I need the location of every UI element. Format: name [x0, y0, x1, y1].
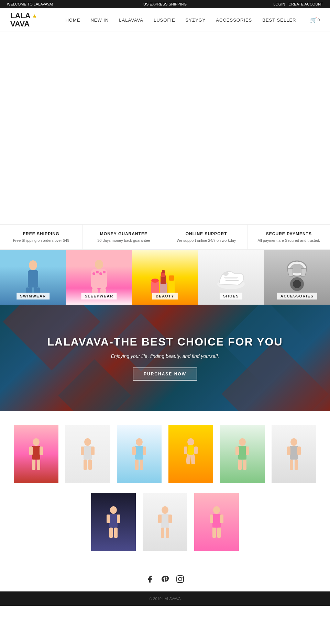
promo-banner: LALAVAVA-THE BEST CHOICE FOR YOU Enjoyin… [0, 305, 330, 411]
svg-rect-70 [158, 515, 162, 523]
logo[interactable]: LALA ★ VAVA [10, 12, 38, 28]
swimwear-label: SWIMWEAR [16, 293, 50, 300]
svg-rect-71 [168, 515, 172, 523]
cart-area[interactable]: 🛒 0 [310, 17, 320, 23]
svg-point-50 [239, 438, 246, 446]
feature-guarantee-title: MONEY GUARANTEE [86, 231, 161, 236]
products-grid [10, 425, 320, 554]
feature-support-title: ONLINE SUPPORT [169, 231, 244, 236]
svg-rect-37 [81, 447, 84, 455]
svg-rect-38 [91, 447, 95, 455]
product-item[interactable] [194, 493, 239, 554]
svg-point-4 [95, 260, 103, 269]
product-image [91, 493, 136, 551]
product-item[interactable] [117, 425, 162, 486]
category-accessories[interactable]: ACCESSORIES [264, 250, 330, 305]
nav-lusofie[interactable]: LUSOFIE [154, 18, 175, 23]
product-item[interactable] [220, 425, 265, 486]
svg-point-6 [92, 272, 95, 275]
category-shoes[interactable]: SHOES [198, 250, 264, 305]
svg-rect-17 [169, 275, 174, 281]
svg-rect-42 [135, 446, 143, 460]
svg-rect-55 [243, 460, 246, 470]
product-image [14, 425, 58, 483]
top-bar-right: LOGIN CREATE ACCOUNT [273, 2, 323, 6]
svg-rect-1 [28, 270, 38, 287]
nav-syzygy[interactable]: SYZYGY [186, 18, 206, 23]
pinterest-icon [161, 575, 169, 583]
product-item[interactable] [168, 425, 213, 486]
category-swimwear[interactable]: SWIMWEAR [0, 250, 66, 305]
svg-rect-15 [162, 270, 165, 273]
nav-home[interactable]: HOME [65, 18, 80, 23]
feature-guarantee-desc: 30 days money back guarantee [86, 238, 161, 242]
header: LALA ★ VAVA HOME NEW IN LALAVAVA LUSOFIE… [0, 8, 330, 32]
svg-point-82 [182, 577, 183, 578]
main-nav: HOME NEW IN LALAVAVA LUSOFIE SYZYGY ACCE… [52, 18, 310, 23]
nav-lalavava[interactable]: LALAVAVA [119, 18, 143, 23]
product-item[interactable] [143, 493, 187, 554]
product-item[interactable] [91, 493, 136, 554]
category-sleepwear[interactable]: SLEEPWEAR [66, 250, 132, 305]
svg-rect-79 [217, 528, 221, 538]
logo-lala: LALA [10, 11, 30, 20]
svg-point-35 [84, 438, 91, 446]
instagram-link[interactable] [176, 575, 184, 585]
svg-rect-52 [235, 447, 239, 455]
product-image [168, 425, 213, 483]
svg-point-7 [96, 271, 99, 273]
banner-content: LALAVAVA-THE BEST CHOICE FOR YOU Enjoyin… [47, 336, 283, 381]
product-item[interactable] [272, 425, 316, 486]
svg-point-56 [290, 438, 297, 446]
feature-secure-payments: SECURE PAYMENTS All payment are Secured … [248, 225, 330, 249]
svg-point-0 [29, 260, 37, 270]
feature-payments-desc: All payment are Secured and trusted. [251, 238, 327, 242]
svg-point-74 [213, 506, 220, 514]
svg-rect-44 [143, 447, 146, 455]
footer-bottom: © 2019 LALAVAVA [0, 591, 330, 606]
svg-rect-33 [32, 460, 35, 470]
svg-rect-67 [114, 528, 118, 538]
nav-best-seller[interactable]: BEST SELLER [262, 18, 296, 23]
svg-point-29 [33, 438, 40, 446]
product-item[interactable] [14, 425, 58, 486]
login-link[interactable]: LOGIN [273, 2, 285, 6]
cart-icon: 🛒 [310, 17, 317, 23]
svg-rect-75 [212, 514, 221, 528]
product-image [220, 425, 265, 483]
create-account-link[interactable]: CREATE ACCOUNT [288, 2, 323, 6]
svg-rect-69 [161, 514, 169, 528]
svg-rect-64 [107, 515, 110, 523]
banner-subtitle: Enjoying your life, finding beauty, and … [47, 353, 283, 359]
logo-vava: VAVA [10, 20, 30, 28]
product-image [143, 493, 187, 551]
nav-new-in[interactable]: NEW IN [90, 18, 109, 23]
feature-shipping-desc: Free Shipping on orders over $49 [3, 238, 79, 242]
purchase-now-button[interactable]: PURCHASE NOW [133, 368, 197, 381]
svg-rect-58 [287, 447, 290, 455]
products-section [0, 411, 330, 568]
svg-rect-49 [194, 447, 198, 454]
svg-rect-39 [84, 460, 87, 470]
shipping-text: US EXPRESS SHIPPING [143, 2, 187, 6]
copyright-text: © 2019 LALAVAVA [149, 597, 181, 601]
top-bar: WELCOME TO LALAVAVA! US EXPRESS SHIPPING… [0, 0, 330, 8]
svg-point-68 [162, 506, 168, 514]
shoes-label: SHOES [220, 293, 242, 300]
nav-accessories[interactable]: ACCESSORIES [216, 18, 252, 23]
feature-bar: FREE SHIPPING Free Shipping on orders ov… [0, 224, 330, 250]
product-item[interactable] [65, 425, 110, 486]
facebook-link[interactable] [146, 575, 154, 585]
beauty-label: BEAUTY [152, 293, 178, 300]
svg-rect-80 [177, 576, 184, 583]
hero-banner [0, 32, 330, 224]
svg-point-8 [99, 272, 102, 275]
logo-star: ★ [32, 14, 37, 19]
cart-count: 0 [318, 18, 320, 22]
svg-rect-73 [166, 528, 169, 538]
category-beauty[interactable]: BEAUTY [132, 250, 198, 305]
svg-point-21 [223, 272, 229, 276]
svg-rect-46 [140, 460, 143, 470]
pinterest-link[interactable] [161, 575, 169, 585]
sleepwear-label: SLEEPWEAR [81, 293, 117, 300]
